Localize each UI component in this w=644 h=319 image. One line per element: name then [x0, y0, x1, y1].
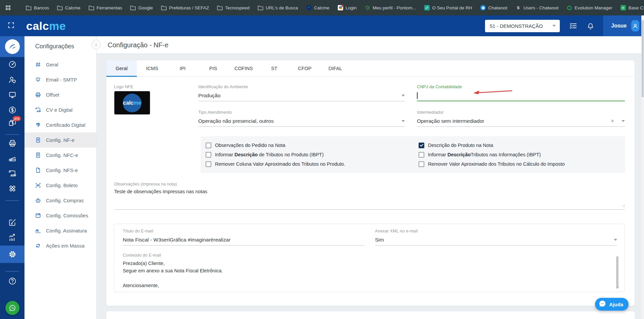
company-select-value: 51 - DEMONSTRAÇÃO: [490, 23, 543, 29]
sidebar-item-acoes-em-massa[interactable]: Ações em Massa: [24, 238, 96, 253]
bookmark-link-portal-rh[interactable]: ✓ O Seu Portal de RH: [421, 3, 475, 12]
panel-collapse-button[interactable]: ‹: [91, 40, 101, 49]
checkbox-remover-coluna-valor[interactable]: Remover Coluna Valor Aproximado dos Trib…: [206, 159, 345, 169]
bookmark-folder-prefeituras[interactable]: Prefeituras / SEFAZ: [158, 3, 212, 12]
rail-help[interactable]: [0, 277, 24, 285]
bookmark-link-calcme[interactable]: Calcme: [303, 3, 332, 12]
rail-analytics[interactable]: [0, 233, 24, 242]
bookmark-folder-urls-busca[interactable]: URL's de Busca: [255, 3, 301, 12]
sidebar-item-geral[interactable]: Geral: [24, 57, 96, 72]
nfe-config-card: Geral ICMS IPI PIS COFINS ST CFOP DIFAL …: [106, 60, 635, 306]
bookmark-label: URL's de Busca: [266, 5, 298, 10]
bookmark-folder-bancos[interactable]: Bancos: [23, 3, 52, 12]
checkbox-unchecked[interactable]: [206, 143, 211, 148]
rail-whatsapp[interactable]: [0, 301, 24, 315]
checkbox-unchecked[interactable]: [419, 152, 424, 158]
intermediador-select[interactable]: Intermediador Operação sem intermediador…: [417, 110, 625, 127]
settings-gear-icon: [8, 250, 17, 259]
apps-grid-icon[interactable]: [4, 4, 12, 12]
rail-design[interactable]: [0, 184, 24, 193]
rail-receipt[interactable]: [0, 169, 24, 178]
tab-st[interactable]: ST: [259, 60, 289, 76]
page-scrollbar[interactable]: [641, 15, 644, 319]
divider: [5, 271, 19, 272]
sidebar-item-config-nfce[interactable]: Config. NFC-e: [24, 148, 96, 163]
rail-financial[interactable]: [0, 106, 24, 114]
rail-dashboard[interactable]: [0, 60, 24, 69]
rail-settings-active[interactable]: [0, 246, 24, 263]
conteudo-email-textarea[interactable]: Conteúdo do E-mail Prezado(a) Cliente, S…: [123, 253, 611, 289]
sidebar-title: Configurações: [35, 43, 74, 50]
rail-scanner[interactable]: [0, 154, 24, 163]
bookmark-link-evolution[interactable]: Evolution Manager: [564, 3, 615, 12]
user-menu[interactable]: Josue: [603, 15, 644, 36]
tab-pis[interactable]: PIS: [198, 60, 228, 76]
rail-compose[interactable]: [0, 218, 24, 227]
config-sidebar: Configurações ‹ Geral Email - SMTP Offse…: [24, 36, 97, 319]
checklist-icon[interactable]: [569, 22, 577, 30]
bookmark-label: Calcme: [314, 5, 329, 10]
bookmark-link-base-cs[interactable]: Base CS - Planilhas...: [617, 3, 644, 12]
checkbox-informar-descricao-tributos[interactable]: Informar DescriçãoTributos nas Informaçõ…: [419, 150, 565, 159]
checkbox-informar-descricao-produto[interactable]: Informar Descrição de Tributos no Produt…: [206, 150, 345, 159]
sidebar-item-email-smtp[interactable]: Email - SMTP: [24, 72, 96, 87]
sidebar-item-config-nfe[interactable]: Config. NF-e: [24, 132, 96, 148]
bookmark-folder-ferramentas[interactable]: Ferramentas: [86, 3, 125, 12]
bookmark-link-pontomais[interactable]: Meu perfil - Pontom...: [362, 3, 419, 12]
sidebar-item-config-assinatura[interactable]: Config. Assinatura: [24, 223, 96, 238]
tipo-atendimento-select[interactable]: Tipo Atendimento Operação não presencial…: [198, 110, 405, 127]
bookmark-folder-tecnospeed[interactable]: Tecnospeed: [214, 3, 253, 12]
printer-icon: [8, 139, 17, 148]
page-title-bar: ‹ Configuração - NF-e: [97, 36, 644, 54]
bookmark-folder-google[interactable]: Google: [127, 3, 156, 12]
checkbox-unchecked[interactable]: [206, 152, 211, 158]
sidebar-item-cv-digital[interactable]: CV e Digital: [24, 102, 96, 117]
rail-orders[interactable]: [0, 118, 24, 127]
checkbox-observacoes-pedido[interactable]: Observações do Pedido na Nota: [206, 141, 345, 150]
bookmark-link-login[interactable]: Login: [334, 3, 360, 12]
rail-users[interactable]: [0, 75, 24, 84]
folder-icon: [26, 5, 32, 11]
rail-home[interactable]: [0, 36, 24, 57]
tab-cfop[interactable]: CFOP: [289, 60, 320, 76]
textarea-scrollbar[interactable]: [616, 256, 619, 288]
help-button[interactable]: Ajuda: [595, 298, 629, 311]
logo-nfe-label: Logo NFE: [114, 85, 133, 89]
checkbox-unchecked[interactable]: [206, 161, 211, 167]
scrollbar-thumb[interactable]: [642, 20, 644, 97]
tab-difal[interactable]: DIFAL: [320, 60, 351, 76]
rail-printer[interactable]: [0, 139, 24, 148]
logo-nfe-image[interactable]: calcme: [114, 91, 150, 115]
checkbox-checked[interactable]: [419, 143, 424, 148]
observacoes-textarea[interactable]: Observações (impressa na nota) Teste de …: [114, 182, 625, 210]
company-select[interactable]: 51 - DEMONSTRAÇÃO: [485, 20, 560, 32]
sidebar-item-config-compras[interactable]: Config. Compras: [24, 193, 96, 208]
fullscreen-icon[interactable]: [7, 21, 15, 30]
tab-cofins[interactable]: COFINS: [228, 60, 259, 76]
checkbox-descricao-produto-nota[interactable]: Descrição do Produto na Nota: [419, 141, 565, 150]
bookmark-label: Chatwoot: [488, 5, 507, 10]
resize-handle-icon[interactable]: [622, 203, 625, 209]
anexar-xml-select[interactable]: Anexar XML no e-mail Sim: [375, 229, 617, 246]
clear-icon[interactable]: ×: [611, 118, 614, 124]
sidebar-item-config-nfse[interactable]: Config. NFS-e: [24, 163, 96, 178]
bookmark-folder-calcme[interactable]: Calcme: [54, 3, 84, 12]
sidebar-item-config-comissoes[interactable]: Config. Comissões: [24, 208, 96, 223]
sidebar-item-offset[interactable]: Offset: [24, 87, 96, 102]
sidebar-item-certificado-digital[interactable]: Certificado Digital: [24, 117, 96, 132]
sidebar-item-config-boleto[interactable]: Config. Boleto: [24, 178, 96, 193]
bookmark-link-chatwoot[interactable]: Chatwoot: [477, 3, 511, 12]
bookmark-link-users-chatwoot[interactable]: S Users - Chatwoot: [513, 3, 561, 12]
tab-ipi[interactable]: IPI: [167, 60, 198, 76]
ambiente-select[interactable]: Identificação do Ambiente Produção: [198, 85, 405, 101]
cnpj-contabilidade-input[interactable]: CNPJ da Contabilidade: [417, 85, 625, 101]
checkbox-unchecked[interactable]: [419, 161, 424, 167]
rail-monitor[interactable]: [0, 91, 24, 99]
bell-icon[interactable]: [587, 22, 594, 30]
checkbox-remover-valor-aproximado[interactable]: Remover Valor Aproximado dos Tributos no…: [419, 159, 565, 169]
tab-geral[interactable]: Geral: [106, 60, 137, 76]
whatsapp-icon: [5, 301, 19, 315]
titulo-email-input[interactable]: Título do E-mail Nota Fiscal - W3seriGrá…: [123, 229, 365, 246]
resize-handle-icon[interactable]: [616, 284, 619, 290]
tab-icms[interactable]: ICMS: [137, 60, 167, 76]
